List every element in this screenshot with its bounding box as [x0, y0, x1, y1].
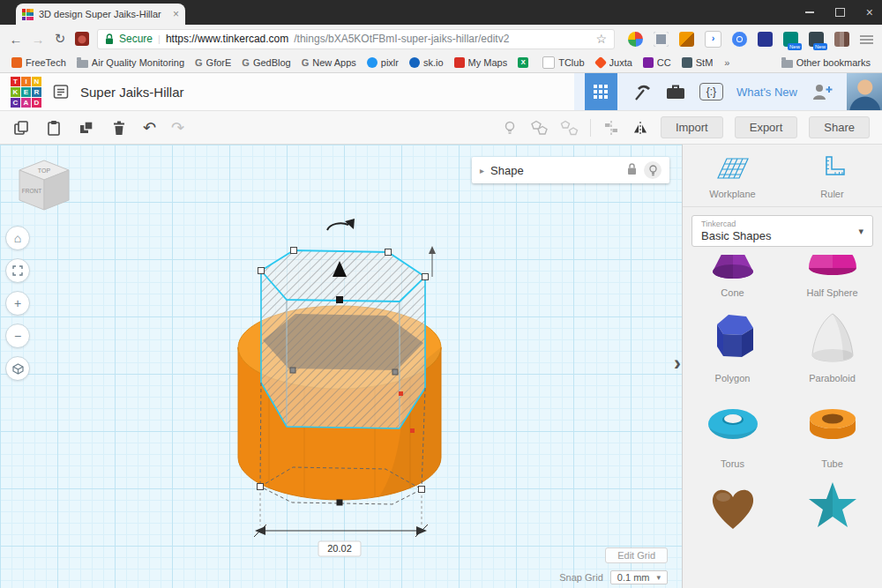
home-view-button[interactable]: ⌂ — [5, 226, 30, 250]
bookmark-item[interactable]: CC — [639, 57, 676, 68]
shape-inspector-panel[interactable]: ▸ Shape — [472, 157, 669, 183]
bookmark-star-icon[interactable]: ☆ — [595, 32, 607, 46]
shape-tile-half-sphere[interactable]: Half Sphere — [782, 255, 882, 298]
extension-icon[interactable] — [834, 32, 849, 47]
hex-prism-shape[interactable] — [261, 250, 425, 428]
tinkercad-logo[interactable]: TIN KER CAD — [11, 77, 41, 108]
design-canvas[interactable]: TOP FRONT ⌂ + − ▸ Shape — [0, 145, 682, 588]
align-icon[interactable] — [602, 119, 620, 137]
shape-tile-tube[interactable]: Tube — [782, 383, 882, 469]
perspective-toggle-button[interactable] — [5, 356, 30, 381]
bookmark-item[interactable]: GGedBlog — [237, 57, 295, 68]
shape-tile-heart[interactable] — [683, 469, 782, 544]
shape-tile-torus[interactable]: Torus — [683, 383, 782, 469]
extension-icon[interactable]: New — [809, 32, 824, 47]
bookmark-item[interactable]: GNew Apps — [297, 57, 361, 68]
bookmark-item[interactable]: Juxta — [591, 57, 637, 68]
shape-gallery-toggle-button[interactable] — [585, 73, 617, 110]
edit-grid-button[interactable]: Edit Grid — [605, 547, 668, 563]
shape-category-dropdown[interactable]: Tinkercad Basic Shapes ▾ — [691, 215, 873, 247]
browser-menu-icon[interactable] — [860, 33, 873, 45]
bookmark-favicon — [682, 57, 692, 68]
extension-icon[interactable] — [732, 32, 747, 47]
share-button[interactable]: Share — [809, 116, 870, 139]
refresh-icon[interactable]: ↻ — [53, 31, 67, 47]
bookmark-item[interactable]: pixlr — [363, 57, 403, 68]
design-list-icon[interactable] — [52, 83, 70, 100]
shape-tile-paraboloid[interactable]: Paraboloid — [782, 298, 882, 383]
camera-tools: ⌂ + − — [5, 226, 30, 381]
mirror-icon[interactable] — [632, 119, 649, 137]
tinkercad-favicon — [22, 9, 34, 20]
bookmark-item[interactable]: StM — [677, 57, 718, 68]
bookmark-folder[interactable]: Air Quality Monitoring — [72, 57, 189, 68]
maximize-button[interactable] — [835, 8, 845, 17]
address-bar[interactable]: Secure | https://www.tinkercad.com/thing… — [97, 29, 615, 49]
bookmark-item[interactable]: X — [513, 57, 536, 68]
ruler-tool[interactable]: Ruler — [782, 153, 882, 199]
briefcase-icon[interactable] — [665, 82, 686, 101]
extension-icon[interactable] — [654, 32, 669, 47]
view-cube[interactable]: TOP FRONT — [11, 157, 78, 219]
lock-icon[interactable] — [626, 162, 638, 179]
3d-scene[interactable]: 20.02 — [163, 206, 516, 585]
pickaxe-icon[interactable] — [631, 81, 652, 102]
fit-view-button[interactable] — [5, 258, 30, 283]
export-button[interactable]: Export — [735, 116, 798, 139]
zoom-in-button[interactable]: + — [5, 291, 30, 316]
duplicate-icon[interactable] — [78, 119, 95, 137]
bookmark-favicon: G — [302, 57, 310, 68]
zoom-out-button[interactable]: − — [5, 324, 30, 348]
shape-tile-star[interactable] — [782, 469, 882, 544]
window-close-button[interactable]: × — [866, 6, 873, 19]
viewcube-front-label: FRONT — [22, 188, 41, 194]
extension-icon[interactable] — [758, 32, 773, 47]
browser-nav-bar: ← → ↻ Secure | https://www.tinkercad.com… — [0, 25, 882, 53]
redo-icon[interactable]: ↷ — [171, 120, 184, 136]
dimension-label[interactable]: 20.02 — [318, 541, 361, 556]
group-icon[interactable] — [530, 119, 549, 137]
bookmarks-overflow-icon[interactable]: » — [719, 57, 735, 68]
center-handle[interactable] — [336, 296, 343, 303]
shape-tile-cone[interactable]: Cone — [683, 255, 782, 298]
design-title[interactable]: Super Jaiks-Hillar — [80, 85, 184, 100]
profile-avatar[interactable] — [847, 73, 882, 110]
browser-tab[interactable]: 3D design Super Jaiks-Hillar × — [16, 4, 185, 25]
other-bookmarks[interactable]: Other bookmarks — [777, 57, 875, 68]
extension-icon[interactable]: New — [783, 32, 798, 47]
bookmark-item[interactable]: sk.io — [405, 57, 448, 68]
workplane-tool[interactable]: Workplane — [683, 153, 782, 199]
delete-icon[interactable] — [110, 119, 128, 137]
bookmark-item[interactable]: TClub — [538, 56, 588, 69]
panel-collapse-icon[interactable]: › — [674, 353, 681, 374]
paste-icon[interactable] — [45, 119, 63, 137]
bookmark-item[interactable]: My Maps — [450, 57, 512, 68]
home-icon[interactable] — [75, 32, 89, 46]
edit-toolbar: ↶ ↷ Import Export Share — [0, 111, 882, 145]
bookmark-item[interactable]: GGforE — [191, 57, 235, 68]
snap-grid-select[interactable]: 0.1 mm ▾ — [610, 570, 668, 584]
bookmark-favicon — [367, 57, 377, 68]
import-button[interactable]: Import — [661, 116, 723, 139]
show-all-icon[interactable] — [501, 119, 519, 137]
copy-icon[interactable] — [12, 119, 30, 137]
footprint-center-handle[interactable] — [337, 500, 343, 506]
forward-icon[interactable]: → — [31, 32, 45, 47]
extension-icon[interactable] — [679, 32, 694, 47]
ungroup-icon[interactable] — [560, 119, 579, 137]
extension-icon[interactable]: › — [705, 31, 721, 48]
extension-icon[interactable] — [628, 32, 643, 47]
visibility-bulb-icon[interactable] — [644, 161, 662, 179]
codeblocks-button[interactable]: {:} — [699, 83, 723, 100]
undo-icon[interactable]: ↶ — [143, 120, 156, 136]
shape-tile-polygon[interactable]: Polygon — [683, 298, 782, 383]
rotate-handle[interactable] — [327, 219, 355, 230]
back-icon[interactable]: ← — [9, 32, 23, 47]
add-person-icon[interactable] — [811, 81, 833, 102]
tab-close-icon[interactable]: × — [173, 8, 179, 20]
bookmark-item[interactable]: FreeTech — [7, 57, 71, 68]
whats-new-link[interactable]: What's New — [736, 86, 797, 99]
workplane-icon — [713, 153, 753, 183]
caret-icon[interactable]: ▸ — [480, 166, 484, 175]
minimize-button[interactable] — [805, 11, 814, 13]
